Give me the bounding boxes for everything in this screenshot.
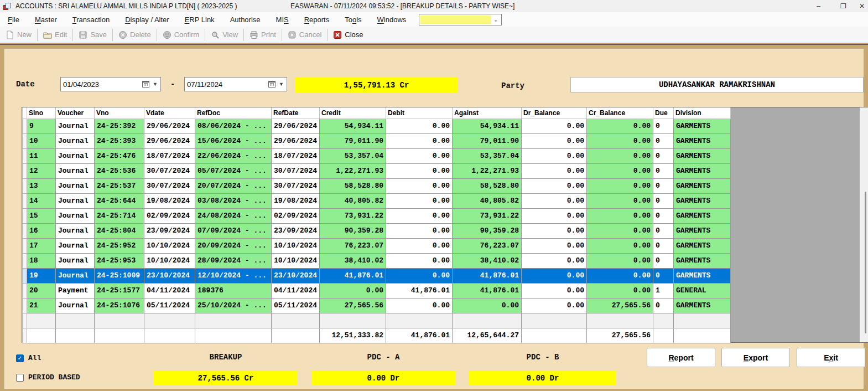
cell-vno[interactable]: 24-25:536 — [95, 163, 144, 178]
cell-dr_balance[interactable]: 0.00 — [522, 148, 587, 163]
cell-voucher[interactable]: Journal — [56, 133, 95, 148]
cell-debit[interactable]: 0.00 — [386, 193, 453, 208]
row-selector[interactable] — [23, 223, 27, 238]
cell-division[interactable]: GARMENTS — [674, 119, 731, 133]
cell-due[interactable]: 1 — [653, 283, 674, 298]
cell-due[interactable]: 0 — [653, 268, 674, 283]
date-from-input[interactable]: 01/04/2023 ▼ — [60, 77, 161, 91]
row-selector[interactable] — [23, 253, 27, 268]
cell-refdate[interactable]: 10/10/2024 — [272, 238, 320, 253]
cell-credit[interactable]: 73,931.22 — [320, 208, 386, 223]
cell-credit[interactable]: 38,410.02 — [320, 253, 386, 268]
cell-slno[interactable]: 18 — [27, 253, 56, 268]
cell-empty[interactable] — [320, 313, 386, 328]
chevron-down-icon[interactable]: ▼ — [152, 81, 158, 87]
cell-against[interactable]: 54,934.11 — [453, 119, 522, 133]
cell-refdoc[interactable]: 08/06/2024 - ... — [195, 119, 272, 133]
cell-dr_balance[interactable]: 0.00 — [522, 163, 587, 178]
cell-against[interactable]: 40,805.82 — [453, 193, 522, 208]
column-header-debit[interactable]: Debit — [386, 107, 453, 119]
cell-vno[interactable]: 24-25:804 — [95, 223, 144, 238]
cell-refdoc[interactable]: 12/10/2024 - ... — [195, 268, 272, 283]
cell-empty[interactable] — [195, 313, 272, 328]
cell-due[interactable]: 0 — [653, 163, 674, 178]
quick-search-combobox[interactable]: ⌄ — [419, 14, 502, 25]
cell-vno[interactable]: 24-25:476 — [95, 148, 144, 163]
cell-credit[interactable]: 0.00 — [320, 283, 386, 298]
minimize-button[interactable]: – — [806, 0, 831, 12]
cell-cr_balance[interactable]: 0.00 — [587, 283, 653, 298]
cell-due[interactable]: 0 — [653, 133, 674, 148]
row-selector[interactable] — [23, 193, 27, 208]
cell-credit[interactable]: 1,22,271.93 — [320, 163, 386, 178]
cell-refdoc[interactable]: 25/10/2024 - ... — [195, 298, 272, 313]
cell-slno[interactable]: 21 — [27, 298, 56, 313]
cell-credit[interactable]: 90,359.28 — [320, 223, 386, 238]
menu-item-display-alter[interactable]: Display / Alter — [120, 13, 174, 26]
cell-debit[interactable]: 0.00 — [386, 133, 453, 148]
restore-button[interactable]: ❐ — [831, 0, 856, 12]
cell-vno[interactable]: 24-25:537 — [95, 178, 144, 193]
menu-item-authorise[interactable]: Authorise — [225, 13, 266, 26]
cell-due[interactable]: 0 — [653, 298, 674, 313]
cell-due[interactable]: 0 — [653, 148, 674, 163]
cell-vdate[interactable]: 29/06/2024 — [144, 119, 195, 133]
cell-debit[interactable]: 0.00 — [386, 178, 453, 193]
menu-item-tools[interactable]: Tools — [340, 13, 366, 26]
cell-cr_balance[interactable]: 0.00 — [587, 268, 653, 283]
cell-vdate[interactable]: 10/10/2024 — [144, 253, 195, 268]
confirm-toolbar-button[interactable]: Confirm — [157, 27, 205, 43]
cell-credit[interactable]: 76,223.07 — [320, 238, 386, 253]
cell-debit[interactable]: 0.00 — [386, 298, 453, 313]
column-header-refdoc[interactable]: RefDoc — [195, 107, 272, 119]
close-window-button[interactable]: ✕ — [856, 0, 868, 12]
cell-voucher[interactable]: Journal — [56, 178, 95, 193]
row-selector[interactable] — [23, 328, 27, 343]
vertical-scrollbar[interactable] — [860, 107, 868, 342]
cell-debit[interactable]: 0.00 — [386, 223, 453, 238]
cell-slno[interactable]: 17 — [27, 238, 56, 253]
cell-cr_balance[interactable]: 0.00 — [587, 178, 653, 193]
delete-toolbar-button[interactable]: Delete — [113, 27, 157, 43]
cell-vno[interactable]: 24-25:644 — [95, 193, 144, 208]
column-header-cr_balance[interactable]: Cr_Balance — [587, 107, 653, 119]
cell-empty[interactable] — [27, 313, 56, 328]
cell-empty[interactable] — [522, 313, 587, 328]
cell-refdoc[interactable]: 03/08/2024 - ... — [195, 193, 272, 208]
cell-refdate[interactable]: 10/10/2024 — [272, 253, 320, 268]
cell-vno[interactable]: 24-25:1577 — [95, 283, 144, 298]
cell-cr_balance[interactable]: 0.00 — [587, 253, 653, 268]
cell-voucher[interactable]: Journal — [56, 148, 95, 163]
cell-refdoc[interactable]: 20/07/2024 - ... — [195, 178, 272, 193]
cell-dr_balance[interactable]: 0.00 — [522, 119, 587, 133]
cell-against[interactable]: 41,876.01 — [453, 283, 522, 298]
cell-due[interactable]: 0 — [653, 208, 674, 223]
cell-refdate[interactable]: 05/11/2024 — [272, 298, 320, 313]
cell-voucher[interactable]: Journal — [56, 223, 95, 238]
cell-refdoc[interactable]: 07/09/2024 - ... — [195, 223, 272, 238]
menu-item-windows[interactable]: Windows — [372, 13, 412, 26]
cell-debit[interactable]: 0.00 — [386, 119, 453, 133]
column-header-vdate[interactable]: Vdate — [144, 107, 195, 119]
cell-credit[interactable]: 27,565.56 — [320, 298, 386, 313]
column-header-vno[interactable]: Vno — [95, 107, 144, 119]
cell-due[interactable]: 0 — [653, 223, 674, 238]
cell-cr_balance[interactable]: 27,565.56 — [587, 298, 653, 313]
cell-cr_balance[interactable]: 0.00 — [587, 133, 653, 148]
cell-credit[interactable]: 58,528.80 — [320, 178, 386, 193]
cell-vdate[interactable]: 23/09/2024 — [144, 223, 195, 238]
cell-dr_balance[interactable]: 0.00 — [522, 253, 587, 268]
view-toolbar-button[interactable]: View — [205, 27, 243, 43]
cell-division[interactable]: GARMENTS — [674, 223, 731, 238]
column-header-due[interactable]: Due — [653, 107, 674, 119]
cell-vno[interactable]: 24-25:714 — [95, 208, 144, 223]
cell-refdate[interactable]: 19/08/2024 — [272, 193, 320, 208]
cell-dr_balance[interactable]: 0.00 — [522, 283, 587, 298]
cell-debit[interactable]: 0.00 — [386, 238, 453, 253]
cell-vno[interactable]: 24-25:1009 — [95, 268, 144, 283]
cell-refdoc[interactable]: 15/06/2024 - ... — [195, 133, 272, 148]
cell-slno[interactable]: 16 — [27, 223, 56, 238]
cell-division[interactable]: GARMENTS — [674, 253, 731, 268]
cell-vno[interactable]: 24-25:393 — [95, 133, 144, 148]
row-selector[interactable] — [23, 268, 27, 283]
